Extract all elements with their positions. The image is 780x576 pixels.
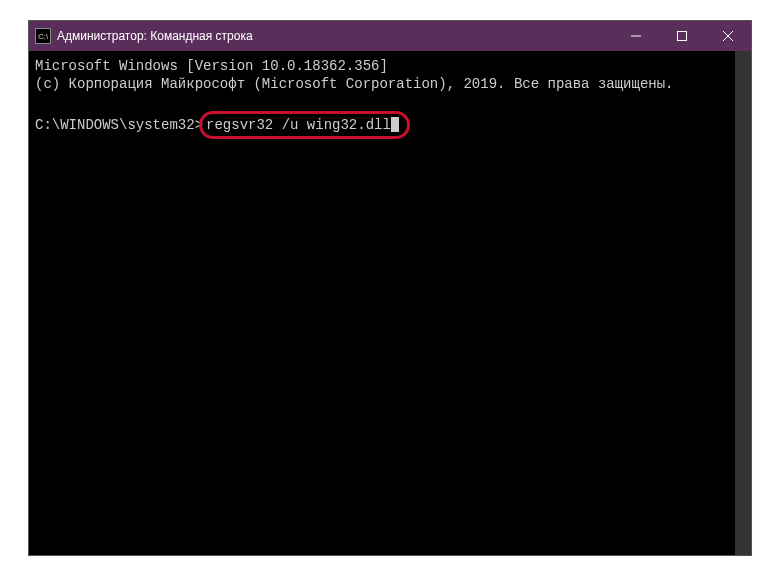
terminal-cursor [391,117,399,132]
titlebar: C:\ Администратор: Командная строка [29,21,751,51]
window-title: Администратор: Командная строка [57,29,253,43]
terminal-blank-line [35,93,745,111]
maximize-icon [677,31,687,41]
close-icon [723,31,733,41]
highlight-annotation: regsvr32 /u wing32.dll [199,111,410,139]
maximize-button[interactable] [659,21,705,51]
terminal-command: regsvr32 /u wing32.dll [206,117,391,133]
command-prompt-window: C:\ Администратор: Командная строка Micr… [28,20,752,556]
terminal-area[interactable]: Microsoft Windows [Version 10.0.18362.35… [29,51,751,555]
scrollbar-thumb[interactable] [735,51,751,555]
terminal-line: (c) Корпорация Майкрософт (Microsoft Cor… [35,75,745,93]
cmd-icon: C:\ [35,28,51,44]
terminal-prompt-line: C:\WINDOWS\system32>regsvr32 /u wing32.d… [35,111,745,139]
terminal-line: Microsoft Windows [Version 10.0.18362.35… [35,57,745,75]
cmd-icon-glyph: C:\ [38,32,48,41]
minimize-button[interactable] [613,21,659,51]
window-controls [613,21,751,51]
svg-rect-1 [678,32,687,41]
terminal-prompt: C:\WINDOWS\system32> [35,117,203,133]
scrollbar[interactable] [735,51,751,555]
close-button[interactable] [705,21,751,51]
titlebar-left: C:\ Администратор: Командная строка [29,28,253,44]
minimize-icon [631,31,641,41]
